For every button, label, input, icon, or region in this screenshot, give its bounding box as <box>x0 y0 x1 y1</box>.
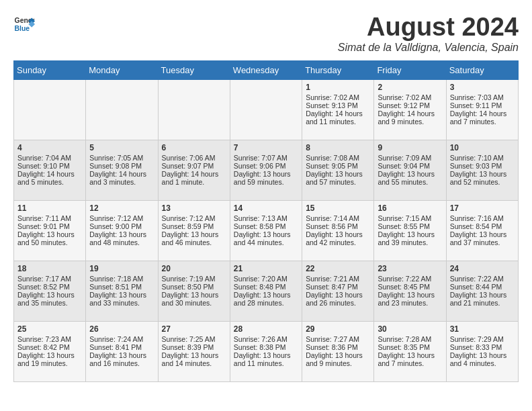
calendar-cell: 10Sunrise: 7:10 AMSunset: 9:03 PMDayligh… <box>446 140 518 200</box>
calendar-cell: 12Sunrise: 7:12 AMSunset: 9:00 PMDayligh… <box>86 200 158 261</box>
header-sunday: Sunday <box>14 60 86 79</box>
day-number: 8 <box>306 143 370 152</box>
day-number: 29 <box>306 324 370 334</box>
header-tuesday: Tuesday <box>158 60 230 79</box>
week-row-1: 1Sunrise: 7:02 AMSunset: 9:13 PMDaylight… <box>14 79 519 140</box>
header-saturday: Saturday <box>446 60 518 79</box>
day-number: 25 <box>17 324 82 334</box>
calendar-cell: 27Sunrise: 7:25 AMSunset: 8:39 PMDayligh… <box>158 321 230 381</box>
day-number: 19 <box>89 264 154 273</box>
day-number: 16 <box>378 203 442 213</box>
calendar-cell: 1Sunrise: 7:02 AMSunset: 9:13 PMDaylight… <box>302 79 374 140</box>
calendar-cell: 22Sunrise: 7:21 AMSunset: 8:47 PMDayligh… <box>302 261 374 321</box>
calendar-cell: 17Sunrise: 7:16 AMSunset: 8:54 PMDayligh… <box>446 200 518 261</box>
calendar-cell: 9Sunrise: 7:09 AMSunset: 9:04 PMDaylight… <box>374 140 446 200</box>
title-section: August 2024 Simat de la Valldigna, Valen… <box>338 13 519 54</box>
calendar-cell: 25Sunrise: 7:23 AMSunset: 8:42 PMDayligh… <box>14 321 86 381</box>
calendar-cell: 16Sunrise: 7:15 AMSunset: 8:55 PMDayligh… <box>374 200 446 261</box>
calendar-cell: 30Sunrise: 7:28 AMSunset: 8:35 PMDayligh… <box>374 321 446 381</box>
day-number: 18 <box>17 264 82 273</box>
calendar-cell: 2Sunrise: 7:02 AMSunset: 9:12 PMDaylight… <box>374 79 446 140</box>
calendar-cell: 3Sunrise: 7:03 AMSunset: 9:11 PMDaylight… <box>446 79 518 140</box>
calendar-cell: 7Sunrise: 7:07 AMSunset: 9:06 PMDaylight… <box>230 140 302 200</box>
day-number: 9 <box>378 143 442 152</box>
day-number: 13 <box>162 203 226 213</box>
header-row: SundayMondayTuesdayWednesdayThursdayFrid… <box>14 60 519 79</box>
week-row-4: 18Sunrise: 7:17 AMSunset: 8:52 PMDayligh… <box>14 261 519 321</box>
calendar-cell: 4Sunrise: 7:04 AMSunset: 9:10 PMDaylight… <box>14 140 86 200</box>
calendar-cell: 24Sunrise: 7:22 AMSunset: 8:44 PMDayligh… <box>446 261 518 321</box>
week-row-5: 25Sunrise: 7:23 AMSunset: 8:42 PMDayligh… <box>14 321 519 381</box>
calendar-cell <box>158 79 230 140</box>
header-monday: Monday <box>86 60 158 79</box>
calendar-cell: 5Sunrise: 7:05 AMSunset: 9:08 PMDaylight… <box>86 140 158 200</box>
calendar-cell: 13Sunrise: 7:12 AMSunset: 8:59 PMDayligh… <box>158 200 230 261</box>
day-number: 28 <box>234 324 298 334</box>
header-friday: Friday <box>374 60 446 79</box>
calendar-cell: 19Sunrise: 7:18 AMSunset: 8:51 PMDayligh… <box>86 261 158 321</box>
calendar-cell: 14Sunrise: 7:13 AMSunset: 8:58 PMDayligh… <box>230 200 302 261</box>
day-number: 14 <box>234 203 298 213</box>
day-number: 12 <box>89 203 154 213</box>
calendar-cell: 18Sunrise: 7:17 AMSunset: 8:52 PMDayligh… <box>14 261 86 321</box>
calendar-cell: 20Sunrise: 7:19 AMSunset: 8:50 PMDayligh… <box>158 261 230 321</box>
day-number: 5 <box>89 143 154 152</box>
svg-text:Blue: Blue <box>15 25 30 32</box>
calendar-cell <box>86 79 158 140</box>
header: General Blue August 2024 Simat de la Val… <box>13 13 519 54</box>
week-row-3: 11Sunrise: 7:11 AMSunset: 9:01 PMDayligh… <box>14 200 519 261</box>
day-number: 10 <box>450 143 515 152</box>
day-number: 3 <box>450 83 515 92</box>
calendar-cell <box>14 79 86 140</box>
calendar-table: SundayMondayTuesdayWednesdayThursdayFrid… <box>13 60 519 382</box>
calendar-cell: 26Sunrise: 7:24 AMSunset: 8:41 PMDayligh… <box>86 321 158 381</box>
calendar-cell: 23Sunrise: 7:22 AMSunset: 8:45 PMDayligh… <box>374 261 446 321</box>
main-title: August 2024 <box>338 13 519 42</box>
day-number: 17 <box>450 203 515 213</box>
calendar-cell: 31Sunrise: 7:29 AMSunset: 8:33 PMDayligh… <box>446 321 518 381</box>
day-number: 21 <box>234 264 298 273</box>
day-number: 23 <box>378 264 442 273</box>
week-row-2: 4Sunrise: 7:04 AMSunset: 9:10 PMDaylight… <box>14 140 519 200</box>
day-number: 15 <box>306 203 370 213</box>
day-number: 31 <box>450 324 515 334</box>
calendar-cell: 6Sunrise: 7:06 AMSunset: 9:07 PMDaylight… <box>158 140 230 200</box>
day-number: 4 <box>17 143 82 152</box>
day-number: 30 <box>378 324 442 334</box>
calendar-cell: 28Sunrise: 7:26 AMSunset: 8:38 PMDayligh… <box>230 321 302 381</box>
day-number: 22 <box>306 264 370 273</box>
calendar-cell <box>230 79 302 140</box>
day-number: 6 <box>162 143 226 152</box>
day-number: 24 <box>450 264 515 273</box>
day-number: 1 <box>306 83 370 92</box>
day-number: 11 <box>17 203 82 213</box>
sub-title: Simat de la Valldigna, Valencia, Spain <box>338 42 519 54</box>
day-number: 27 <box>162 324 226 334</box>
day-number: 2 <box>378 83 442 92</box>
calendar-cell: 21Sunrise: 7:20 AMSunset: 8:48 PMDayligh… <box>230 261 302 321</box>
logo-icon: General Blue <box>13 13 35 35</box>
calendar-cell: 11Sunrise: 7:11 AMSunset: 9:01 PMDayligh… <box>14 200 86 261</box>
day-number: 7 <box>234 143 298 152</box>
calendar-cell: 8Sunrise: 7:08 AMSunset: 9:05 PMDaylight… <box>302 140 374 200</box>
day-number: 26 <box>89 324 154 334</box>
calendar-cell: 15Sunrise: 7:14 AMSunset: 8:56 PMDayligh… <box>302 200 374 261</box>
logo: General Blue <box>13 13 35 35</box>
day-number: 20 <box>162 264 226 273</box>
calendar-cell: 29Sunrise: 7:27 AMSunset: 8:36 PMDayligh… <box>302 321 374 381</box>
header-wednesday: Wednesday <box>230 60 302 79</box>
header-thursday: Thursday <box>302 60 374 79</box>
